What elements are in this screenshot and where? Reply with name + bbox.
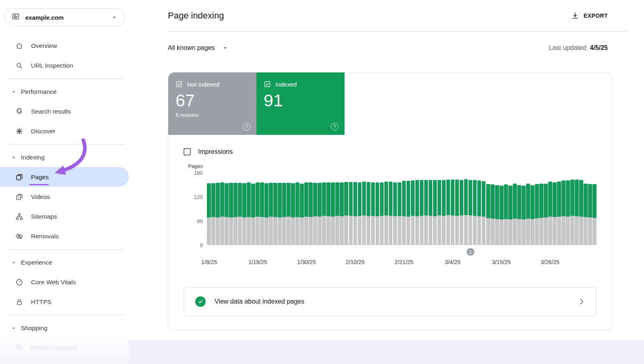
chart-bar[interactable] [539,173,543,245]
sidebar-item-videos[interactable]: Videos [0,187,129,207]
chart-bar[interactable] [260,173,264,245]
chart-bar[interactable] [482,173,486,245]
chart-bar[interactable] [300,173,304,245]
chart-bar[interactable] [282,173,286,245]
chart-bar[interactable] [335,173,339,245]
sidebar-item-pages[interactable]: Pages [0,167,129,187]
chart-bar[interactable] [344,173,348,245]
chart-bar[interactable] [211,173,215,245]
sidebar-item-overview[interactable]: Overview [0,36,129,56]
chart-bar[interactable] [530,173,535,245]
sidebar-item-removals[interactable]: Removals [0,226,129,246]
chart-bar[interactable] [584,173,588,245]
page-scope-dropdown[interactable]: All known pages [168,44,229,52]
chart-bar[interactable] [349,173,353,245]
chart-bar[interactable] [287,173,291,245]
chart-bar[interactable] [269,173,273,245]
chart-bar[interactable] [384,173,388,245]
chart-bar[interactable] [526,173,530,245]
help-icon[interactable]: ? [243,123,250,130]
chart-bar[interactable] [442,173,446,245]
chart-bar[interactable] [570,173,574,245]
chart-bar[interactable] [225,173,229,245]
chart-bar[interactable] [371,173,375,245]
chart-bar[interactable] [273,173,277,245]
chart-bar[interactable] [469,173,473,245]
chart-bar[interactable] [464,173,468,245]
sidebar-item-discover[interactable]: Discover [0,121,129,141]
chart-bar[interactable] [455,173,459,245]
chart-bar[interactable] [460,173,464,245]
sidebar-section-performance[interactable]: Performance [0,82,129,101]
chart-bar[interactable] [326,173,330,245]
sidebar-item-url-inspection[interactable]: URL inspection [0,56,129,75]
chart-bar[interactable] [561,173,566,245]
sidebar-item-product-snippets[interactable]: Product snippets [0,338,129,358]
chart-bar[interactable] [477,173,481,245]
chart-bar[interactable] [446,173,450,245]
chart-bar[interactable] [291,173,295,245]
chart-bar[interactable] [398,173,402,245]
sidebar-item-https[interactable]: HTTPS [0,292,129,312]
chart-bar[interactable] [517,173,521,245]
chart-bar[interactable] [575,173,579,245]
chart-bar[interactable] [548,173,552,245]
sidebar-item-search-results[interactable]: G Search results [0,101,129,121]
chart-bar[interactable] [553,173,557,245]
chart-bar[interactable] [389,173,393,245]
chart-bar[interactable] [216,173,220,245]
chart-bar[interactable] [256,173,260,245]
chart-bar[interactable] [220,173,224,245]
sidebar-section-experience[interactable]: Experience [0,253,129,272]
chart-bar[interactable] [238,173,242,245]
chart-bar[interactable] [229,173,233,245]
chart-bar[interactable] [588,173,592,245]
chart-bar[interactable] [393,173,397,245]
chart-bar[interactable] [451,173,455,245]
chart-bar[interactable] [522,173,526,245]
chart-bar[interactable] [264,173,268,245]
chart-bar[interactable] [495,173,499,245]
chart-bar[interactable] [278,173,282,245]
help-icon[interactable]: ? [331,123,339,130]
chart-bar[interactable] [535,173,539,245]
chart-bar[interactable] [438,173,442,245]
chart-bar[interactable] [318,173,322,245]
chart-bar[interactable] [557,173,561,245]
chart-bar[interactable] [473,173,477,245]
chart-bar[interactable] [309,173,313,245]
chart-marker[interactable]: 1 [466,248,474,256]
indexed-tile[interactable]: Indexed 91 ? [256,72,345,135]
chart-bar[interactable] [579,173,583,245]
chart-bar[interactable] [247,173,251,245]
chart-bar[interactable] [380,173,384,245]
chart-bar[interactable] [322,173,326,245]
chart-bar[interactable] [402,173,406,245]
impressions-checkbox[interactable] [184,148,191,155]
chart-bar[interactable] [376,173,380,245]
chart-bar[interactable] [513,173,517,245]
chart-bar[interactable] [566,173,570,245]
chart-bar[interactable] [353,173,357,245]
chart-bar[interactable] [407,173,411,245]
chart-bar[interactable] [486,173,490,245]
sidebar-item-sitemaps[interactable]: Sitemaps [0,207,129,226]
chart-bar[interactable] [251,173,255,245]
sidebar-item-core-web-vitals[interactable]: Core Web Vitals [0,272,129,292]
chart-bar[interactable] [362,173,366,245]
chart-bar[interactable] [420,173,424,245]
sidebar-section-indexing[interactable]: Indexing [0,148,129,167]
chart-bar[interactable] [411,173,415,245]
chart-bar[interactable] [504,173,508,245]
chart-bar[interactable] [500,173,504,245]
chart-bar[interactable] [242,173,246,245]
chart-bar[interactable] [433,173,437,245]
chart-bar[interactable] [340,173,344,245]
chart-bar[interactable] [592,173,597,245]
sidebar-section-shopping[interactable]: Shopping [0,318,129,338]
chart-bar[interactable] [544,173,548,245]
view-indexed-data-banner[interactable]: View data about indexed pages [184,287,597,316]
property-selector[interactable]: example.com [4,8,125,26]
chart-bar[interactable] [331,173,335,245]
chart-bar[interactable] [304,173,308,245]
